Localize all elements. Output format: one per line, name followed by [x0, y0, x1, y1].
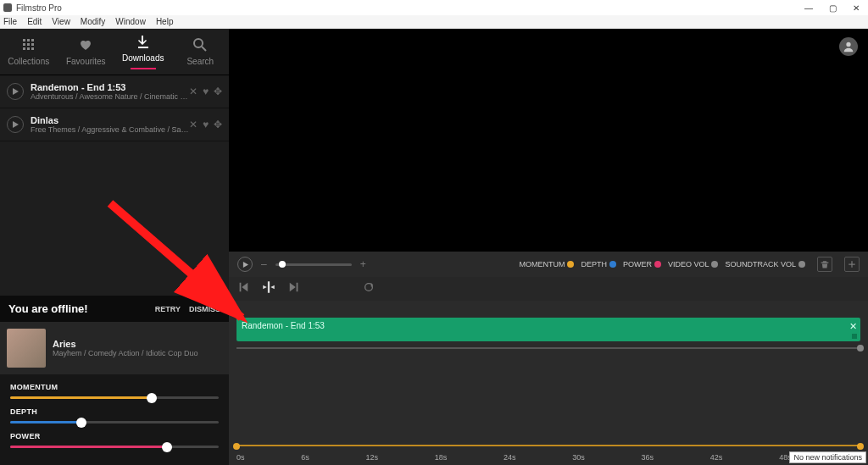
- retry-button[interactable]: RETRY: [155, 305, 181, 313]
- app-logo-icon: [3, 3, 12, 12]
- dot-icon: [711, 261, 718, 268]
- offline-message: You are offline!: [8, 302, 88, 315]
- keyframe-track[interactable]: [236, 347, 860, 349]
- svg-point-13: [846, 42, 850, 47]
- time-tick: 42s: [710, 453, 723, 462]
- time-tick: 0s: [236, 453, 245, 462]
- skip-start-icon[interactable]: [237, 281, 249, 296]
- sidebar: Collections Favourites Downloads Search …: [0, 29, 229, 465]
- depth-label: DEPTH: [10, 407, 219, 416]
- now-playing-tags: Mayhem / Comedy Action / Idiotic Cop Duo: [53, 349, 222, 357]
- offline-banner: You are offline! RETRY DISMISS: [0, 296, 229, 322]
- download-icon: [136, 35, 150, 50]
- skip-end-icon[interactable]: [288, 281, 300, 296]
- power-slider[interactable]: [10, 446, 219, 448]
- window-close-button[interactable]: ✕: [844, 0, 868, 15]
- tab-downloads[interactable]: Downloads: [114, 29, 172, 75]
- track-row[interactable]: Dinlas Free Themes / Aggressive & Combat…: [0, 108, 229, 141]
- svg-rect-0: [23, 39, 25, 42]
- clip-resize-handle[interactable]: [852, 334, 857, 339]
- ruler-end-dot[interactable]: [857, 443, 864, 450]
- notification-toast[interactable]: No new notifications: [789, 451, 866, 463]
- favourite-icon[interactable]: ♥: [203, 86, 209, 97]
- menubar: File Edit View Modify Window Help: [0, 15, 868, 29]
- timeline[interactable]: Randemon - End 1:53 ✕ 0s 6s 12s 18s 24s …: [229, 301, 868, 465]
- zoom-out-button[interactable]: –: [261, 258, 267, 270]
- loop-icon[interactable]: [363, 281, 375, 296]
- momentum-label: MOMENTUM: [10, 383, 219, 391]
- dot-icon: [567, 261, 574, 268]
- depth-slider[interactable]: [10, 421, 219, 423]
- svg-rect-5: [31, 43, 34, 46]
- svg-rect-7: [27, 47, 30, 50]
- heart-icon: [79, 38, 92, 53]
- remove-icon[interactable]: ✕: [189, 86, 198, 97]
- timeline-tools: [229, 277, 868, 301]
- zoom-slider[interactable]: [275, 263, 352, 266]
- time-tick: 36s: [642, 453, 654, 462]
- svg-marker-14: [242, 262, 248, 268]
- legend-soundtrack-vol-label: SOUNDTRACK VOL: [725, 260, 796, 268]
- menu-file[interactable]: File: [3, 17, 17, 26]
- account-avatar-icon[interactable]: [839, 37, 858, 56]
- menu-help[interactable]: Help: [156, 17, 174, 26]
- tab-search[interactable]: Search: [172, 29, 230, 75]
- track-list: Randemon - End 1:53 Adventurous / Awesom…: [0, 75, 229, 141]
- menu-window[interactable]: Window: [115, 17, 146, 26]
- remove-icon[interactable]: ✕: [189, 119, 198, 130]
- window-minimize-button[interactable]: —: [797, 0, 821, 15]
- track-tags: Free Themes / Aggressive & Combative / S…: [31, 125, 189, 134]
- video-preview[interactable]: [229, 29, 868, 252]
- menu-edit[interactable]: Edit: [27, 17, 42, 26]
- momentum-slider[interactable]: [10, 396, 219, 399]
- menu-modify[interactable]: Modify: [81, 17, 105, 26]
- dot-icon: [798, 261, 805, 268]
- time-tick: 30s: [572, 453, 585, 462]
- track-info: Dinlas Free Themes / Aggressive & Combat…: [31, 115, 189, 134]
- svg-line-10: [202, 47, 206, 51]
- main-panel: – + MOMENTUM DEPTH POWER VIDEO VOL SOUND…: [229, 29, 868, 465]
- track-title: Dinlas: [31, 115, 189, 125]
- drag-add-icon[interactable]: ✥: [214, 119, 222, 130]
- now-playing-title: Aries: [53, 339, 222, 349]
- tab-favourites[interactable]: Favourites: [58, 29, 115, 75]
- favourite-icon[interactable]: ♥: [203, 119, 209, 130]
- play-button[interactable]: [237, 257, 253, 272]
- drag-add-icon[interactable]: ✥: [214, 86, 222, 97]
- svg-rect-4: [27, 43, 30, 46]
- timeline-clip[interactable]: Randemon - End 1:53 ✕: [236, 318, 860, 341]
- tab-collections[interactable]: Collections: [0, 29, 58, 75]
- grid-icon: [22, 38, 36, 53]
- time-tick: 6s: [301, 453, 309, 462]
- play-icon[interactable]: [7, 83, 24, 100]
- track-title: Randemon - End 1:53: [31, 82, 189, 92]
- now-playing[interactable]: Aries Mayhem / Comedy Action / Idiotic C…: [0, 322, 229, 374]
- tab-label: Downloads: [122, 53, 164, 63]
- menu-view[interactable]: View: [52, 17, 70, 26]
- parameter-sliders: MOMENTUM DEPTH POWER: [0, 374, 229, 465]
- track-info: Randemon - End 1:53 Adventurous / Awesom…: [31, 82, 189, 101]
- delete-button[interactable]: [817, 257, 832, 272]
- time-labels: 0s 6s 12s 18s 24s 30s 36s 42s 48s 54s: [236, 453, 860, 462]
- track-tags: Adventurous / Awesome Nature / Cinematic…: [31, 92, 189, 101]
- dismiss-button[interactable]: DISMISS: [189, 305, 220, 313]
- add-button[interactable]: [844, 257, 860, 272]
- ruler-start-dot[interactable]: [233, 443, 240, 450]
- keyframe-handle[interactable]: [857, 345, 864, 352]
- svg-rect-3: [23, 43, 25, 46]
- legend-video-vol-label: VIDEO VOL: [668, 260, 709, 268]
- clip-close-icon[interactable]: ✕: [849, 321, 857, 332]
- zoom-in-button[interactable]: +: [360, 258, 366, 270]
- playhead-split-icon[interactable]: [261, 280, 276, 298]
- svg-rect-8: [31, 47, 34, 50]
- window-title: Filmstro Pro: [16, 3, 62, 13]
- play-icon[interactable]: [7, 116, 24, 133]
- track-row[interactable]: Randemon - End 1:53 Adventurous / Awesom…: [0, 75, 229, 108]
- dot-icon: [609, 261, 616, 268]
- legend-momentum-label: MOMENTUM: [519, 260, 565, 268]
- window-maximize-button[interactable]: ▢: [821, 0, 844, 15]
- legend-depth-label: DEPTH: [581, 260, 607, 268]
- svg-rect-2: [31, 39, 34, 42]
- power-label: POWER: [10, 432, 219, 440]
- svg-rect-6: [23, 47, 25, 50]
